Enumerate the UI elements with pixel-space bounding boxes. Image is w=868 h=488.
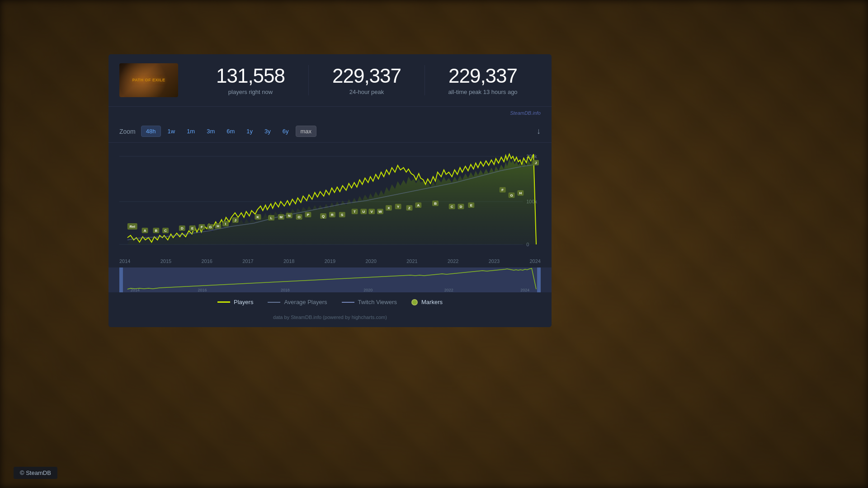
zoom-btn-1y[interactable]: 1y xyxy=(241,126,258,137)
copyright-badge: © SteamDB xyxy=(14,467,57,479)
svg-text:2014: 2014 xyxy=(131,288,140,292)
zoom-label: Zoom xyxy=(119,128,136,135)
svg-text:B: B xyxy=(434,202,437,206)
game-logo: PATH OF EXILE xyxy=(132,78,165,83)
download-button[interactable]: ↓ xyxy=(537,127,541,136)
zoom-btn-6y[interactable]: 6y xyxy=(278,126,294,137)
legend-twitch: Twitch Viewers xyxy=(342,299,397,305)
x-label-2024: 2024 xyxy=(530,258,541,264)
zoom-btn-48h[interactable]: 48h xyxy=(141,126,161,137)
x-label-2018: 2018 xyxy=(283,258,294,264)
svg-text:I: I xyxy=(225,222,226,226)
mini-chart-area: 2014 2016 2018 2020 2022 2024 xyxy=(108,267,552,292)
x-label-2020: 2020 xyxy=(366,258,377,264)
svg-text:2020: 2020 xyxy=(363,288,373,292)
svg-text:2022: 2022 xyxy=(444,288,453,292)
legend-markers: Markers xyxy=(411,299,443,305)
svg-text:A: A xyxy=(144,229,146,233)
zoom-btn-max[interactable]: max xyxy=(296,126,317,137)
x-label-2017: 2017 xyxy=(242,258,253,264)
svg-text:J: J xyxy=(235,218,236,222)
legend-players-line xyxy=(217,301,230,303)
svg-text:D: D xyxy=(181,226,184,230)
svg-text:G: G xyxy=(209,225,212,229)
24h-peak-number: 229,337 xyxy=(318,65,415,87)
svg-text:M: M xyxy=(280,215,283,219)
svg-text:2016: 2016 xyxy=(198,288,207,292)
svg-text:C: C xyxy=(164,229,167,233)
svg-text:U: U xyxy=(362,210,365,214)
current-players-label: players right now xyxy=(202,89,299,95)
legend-twitch-line xyxy=(342,302,354,303)
svg-text:F: F xyxy=(201,225,203,229)
svg-text:J: J xyxy=(535,161,537,165)
zoom-btn-1m[interactable]: 1m xyxy=(182,126,200,137)
legend-players-label: Players xyxy=(234,299,253,305)
svg-text:B: B xyxy=(155,229,157,233)
zoom-btn-3y[interactable]: 3y xyxy=(259,126,276,137)
svg-text:D: D xyxy=(460,205,462,209)
mini-chart-svg: 2014 2016 2018 2020 2022 2024 xyxy=(119,267,541,292)
legend-avg-players: Average Players xyxy=(268,299,327,305)
svg-text:O: O xyxy=(298,215,301,219)
stats-header: PATH OF EXILE 131,558 players right now … xyxy=(108,54,552,107)
legend-marker-dot xyxy=(411,299,418,305)
svg-text:K: K xyxy=(257,215,259,219)
current-players-number: 131,558 xyxy=(202,65,299,87)
svg-text:G: G xyxy=(510,193,513,197)
x-label-2021: 2021 xyxy=(406,258,417,264)
alltime-peak-label: all-time peak 13 hours ago xyxy=(434,89,532,95)
svg-text:E: E xyxy=(470,203,472,207)
x-label-2016: 2016 xyxy=(202,258,212,264)
data-credit: data by SteamDB.info (powered by highcha… xyxy=(108,312,552,327)
svg-text:L: L xyxy=(270,216,273,220)
legend-markers-label: Markers xyxy=(421,299,443,305)
svg-text:N: N xyxy=(288,214,291,218)
main-chart-svg: 200k 100k 0 Rel xyxy=(119,147,541,256)
zoom-btn-1w[interactable]: 1w xyxy=(163,126,180,137)
stat-24h-peak: 229,337 24-hour peak xyxy=(309,65,425,95)
zoom-btn-3m[interactable]: 3m xyxy=(202,126,220,137)
main-panel: PATH OF EXILE 131,558 players right now … xyxy=(108,54,552,327)
legend-avg-line xyxy=(268,302,280,303)
legend-avg-label: Average Players xyxy=(284,299,327,305)
svg-text:E: E xyxy=(191,226,193,230)
svg-text:Q: Q xyxy=(322,214,325,218)
svg-text:Y: Y xyxy=(397,205,400,209)
chart-area: 200k 100k 0 Rel xyxy=(108,143,552,267)
svg-text:H: H xyxy=(519,191,522,195)
alltime-peak-number: 229,337 xyxy=(434,65,532,87)
game-thumbnail: PATH OF EXILE xyxy=(119,63,178,97)
svg-text:C: C xyxy=(451,205,453,209)
svg-rect-86 xyxy=(119,267,123,292)
stat-alltime-peak: 229,337 all-time peak 13 hours ago xyxy=(425,65,541,95)
steamdb-credit: SteamDB.info xyxy=(108,107,552,120)
x-label-2015: 2015 xyxy=(160,258,171,264)
x-axis-labels: 2014 2015 2016 2017 2018 2019 2020 2021 … xyxy=(119,256,541,267)
x-label-2023: 2023 xyxy=(489,258,500,264)
legend-twitch-label: Twitch Viewers xyxy=(358,299,397,305)
svg-text:W: W xyxy=(378,210,382,214)
svg-text:T: T xyxy=(354,210,356,214)
zoom-btn-6m[interactable]: 6m xyxy=(222,126,240,137)
stat-current-players: 131,558 players right now xyxy=(193,65,309,95)
svg-text:H: H xyxy=(217,224,219,228)
svg-text:2024: 2024 xyxy=(520,288,529,292)
svg-text:P: P xyxy=(307,213,310,217)
svg-rect-87 xyxy=(537,267,541,292)
svg-text:Z: Z xyxy=(408,206,410,210)
svg-text:Rel: Rel xyxy=(130,225,135,229)
x-label-2022: 2022 xyxy=(448,258,458,264)
svg-text:F: F xyxy=(501,188,504,192)
svg-text:V: V xyxy=(371,210,373,214)
svg-text:S: S xyxy=(341,213,343,217)
main-chart: 200k 100k 0 Rel xyxy=(119,147,541,256)
x-label-2014: 2014 xyxy=(119,258,130,264)
svg-text:X: X xyxy=(387,206,390,210)
chart-controls: Zoom 48h 1w 1m 3m 6m 1y 3y 6y max ↓ xyxy=(108,120,552,143)
svg-text:2018: 2018 xyxy=(281,288,290,292)
svg-text:A: A xyxy=(417,203,420,207)
svg-text:R: R xyxy=(331,213,334,217)
x-label-2019: 2019 xyxy=(325,258,335,264)
24h-peak-label: 24-hour peak xyxy=(318,89,415,95)
